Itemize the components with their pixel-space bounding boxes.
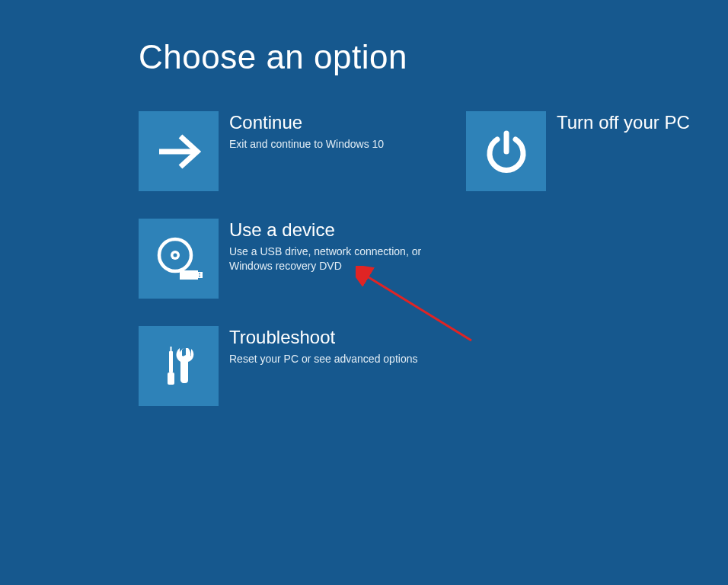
continue-option[interactable]: Continue Exit and continue to Windows 10 [139, 111, 440, 191]
svg-rect-10 [170, 347, 171, 353]
use-a-device-title: Use a device [229, 220, 440, 240]
disc-usb-icon [139, 219, 219, 299]
page-title: Choose an option [139, 38, 728, 76]
svg-rect-7 [199, 275, 200, 277]
turn-off-pc-option[interactable]: Turn off your PC [466, 111, 717, 191]
svg-rect-4 [180, 270, 198, 280]
troubleshoot-title: Troubleshoot [229, 328, 417, 347]
svg-rect-9 [168, 372, 174, 385]
turn-off-pc-title: Turn off your PC [557, 113, 690, 133]
svg-rect-8 [169, 351, 173, 372]
use-a-device-desc: Use a USB drive, network connection, or … [229, 245, 440, 273]
power-icon [466, 111, 546, 191]
arrow-right-icon [139, 111, 219, 191]
troubleshoot-option[interactable]: Troubleshoot Reset your PC or see advanc… [139, 326, 440, 406]
svg-point-3 [173, 253, 177, 257]
tools-icon [139, 326, 219, 406]
svg-rect-5 [198, 272, 203, 278]
troubleshoot-desc: Reset your PC or see advanced options [229, 352, 417, 366]
continue-desc: Exit and continue to Windows 10 [229, 137, 384, 152]
continue-title: Continue [229, 113, 384, 133]
svg-rect-6 [199, 273, 200, 274]
use-a-device-option[interactable]: Use a device Use a USB drive, network co… [139, 219, 440, 299]
